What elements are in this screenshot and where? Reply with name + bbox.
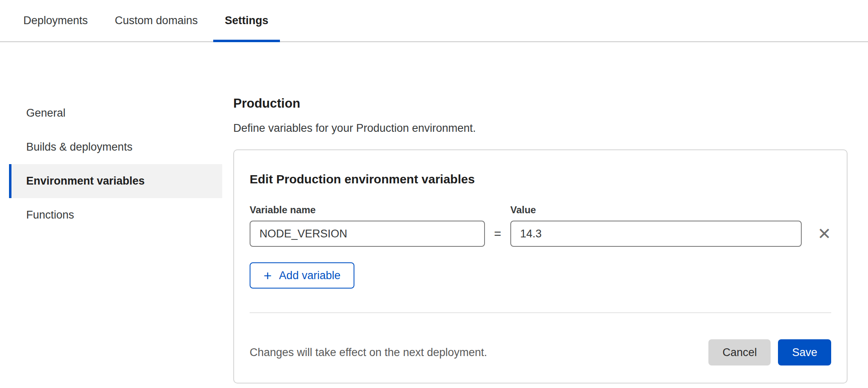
sidebar-item-general[interactable]: General: [9, 96, 222, 130]
card-footer: Changes will take effect on the next dep…: [250, 339, 831, 365]
page-description: Define variables for your Production env…: [233, 122, 848, 135]
tab-label: Deployments: [23, 14, 88, 27]
add-variable-button[interactable]: + Add variable: [250, 262, 354, 289]
variable-name-input[interactable]: [250, 221, 485, 247]
main-panel: Production Define variables for your Pro…: [233, 96, 848, 383]
equals-sign: =: [485, 227, 510, 241]
tab-custom-domains[interactable]: Custom domains: [104, 0, 210, 41]
variable-name-label: Variable name: [250, 204, 485, 216]
cancel-button[interactable]: Cancel: [708, 339, 771, 365]
sidebar-item-builds-deployments[interactable]: Builds & deployments: [9, 130, 222, 164]
tab-bar: Deployments Custom domains Settings: [0, 0, 868, 42]
card-title: Edit Production environment variables: [250, 172, 831, 186]
plus-icon: +: [264, 268, 272, 282]
page-title: Production: [233, 96, 848, 111]
deployment-note: Changes will take effect on the next dep…: [250, 346, 487, 359]
variable-form: Variable name Value = ✕: [250, 204, 831, 247]
tab-settings[interactable]: Settings: [213, 0, 280, 41]
env-vars-card: Edit Production environment variables Va…: [233, 149, 848, 383]
card-divider: [250, 312, 831, 313]
tab-label: Custom domains: [115, 14, 198, 27]
save-button[interactable]: Save: [778, 339, 831, 365]
variable-value-input[interactable]: [510, 221, 802, 247]
tab-label: Settings: [225, 14, 268, 27]
tab-deployments[interactable]: Deployments: [12, 0, 99, 41]
value-label: Value: [510, 204, 802, 216]
close-icon: ✕: [817, 226, 831, 242]
settings-content: General Builds & deployments Environment…: [0, 42, 868, 383]
add-variable-label: Add variable: [279, 269, 340, 282]
sidebar-item-environment-variables[interactable]: Environment variables: [9, 164, 222, 198]
sidebar-item-functions[interactable]: Functions: [9, 198, 222, 232]
footer-actions: Cancel Save: [708, 339, 831, 365]
settings-sidebar: General Builds & deployments Environment…: [9, 96, 222, 232]
remove-variable-button[interactable]: ✕: [802, 221, 831, 247]
